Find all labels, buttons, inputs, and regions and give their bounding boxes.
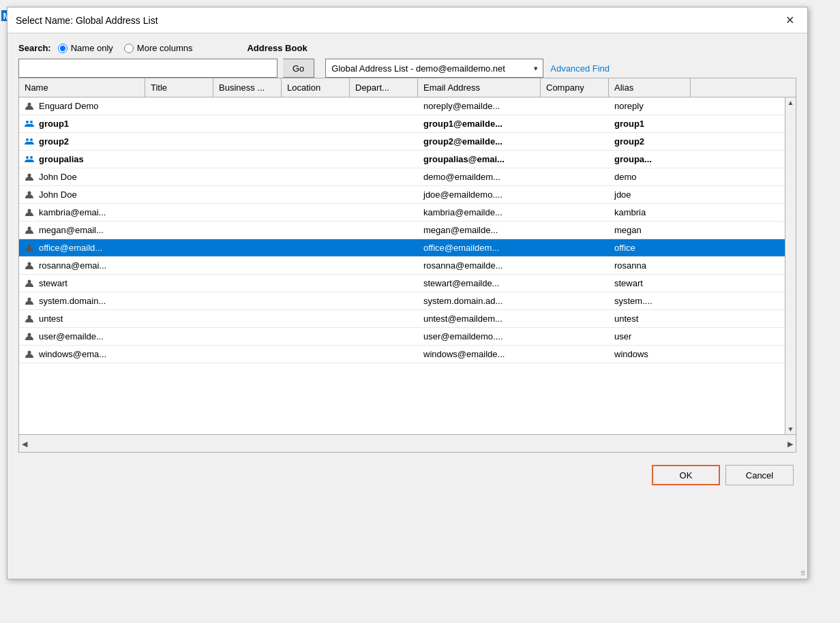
address-book-input-row: Global Address List - demo@emaildemo.net…: [325, 59, 610, 78]
advanced-find-link[interactable]: Advanced Find: [550, 63, 610, 74]
cell-name: group2: [19, 135, 145, 149]
table-row[interactable]: windows@ema...windows@emailde...windows: [19, 346, 796, 363]
table-row[interactable]: John Doejdoe@emaildemo....jdoe: [19, 186, 796, 204]
cell-location: [282, 282, 350, 285]
cell-email: group2@emailde...: [418, 135, 541, 148]
table-row[interactable]: system.domain...system.domain.ad...syste…: [19, 292, 796, 310]
cell-location: [282, 140, 350, 143]
col-header-name: Name: [19, 78, 145, 97]
svg-point-4: [30, 138, 33, 141]
col-header-alias: Alias: [609, 78, 691, 97]
cancel-button[interactable]: Cancel: [725, 465, 794, 485]
table-row[interactable]: Enguard Demonoreply@emailde...noreply: [19, 97, 796, 115]
table-row[interactable]: group1group1@emailde...group1: [19, 115, 796, 133]
radio-name-only[interactable]: Name only: [58, 43, 113, 53]
cell-location: [282, 353, 350, 356]
scroll-left-icon[interactable]: ◀: [22, 440, 27, 449]
cell-business: [213, 105, 282, 108]
svg-point-8: [28, 192, 31, 195]
search-input[interactable]: [18, 59, 278, 78]
cell-title: [145, 158, 213, 161]
user-icon: [25, 297, 36, 307]
user-icon: [25, 172, 36, 183]
cell-business: [213, 282, 282, 285]
user-icon: [25, 314, 36, 324]
svg-point-17: [28, 351, 31, 354]
cell-business: [213, 264, 282, 267]
cell-company: [541, 158, 609, 161]
svg-point-11: [28, 245, 31, 248]
cell-department: [350, 123, 418, 125]
cell-email: noreply@emailde...: [418, 100, 541, 112]
cell-title: [145, 194, 213, 196]
radio-more-columns-label: More columns: [137, 43, 193, 53]
cell-location: [282, 176, 350, 179]
cell-department: [350, 105, 418, 108]
cell-email: group1@emailde...: [418, 117, 541, 130]
cell-company: [541, 247, 609, 249]
dialog-body: Search: Name only More columns Address B…: [7, 33, 807, 495]
cell-alias: untest: [609, 312, 691, 325]
cell-title: [145, 335, 213, 338]
cell-department: [350, 211, 418, 214]
svg-point-3: [26, 138, 29, 141]
address-book-select[interactable]: Global Address List - demo@emaildemo.net: [325, 59, 543, 78]
horizontal-scrollbar[interactable]: ◀ ▶: [19, 434, 796, 453]
cell-email: stewart@emailde...: [418, 277, 541, 290]
resize-handle[interactable]: ⠿: [800, 570, 806, 577]
table-row[interactable]: untestuntest@emaildem...untest: [19, 310, 796, 328]
table-row[interactable]: stewartstewart@emailde...stewart: [19, 275, 796, 292]
close-button[interactable]: ✕: [780, 11, 799, 30]
cell-name: megan@email...: [19, 224, 145, 237]
cell-business: [213, 335, 282, 338]
cell-department: [350, 264, 418, 267]
cell-company: [541, 353, 609, 356]
cell-alias: jdoe: [609, 188, 691, 201]
cell-email: windows@emailde...: [418, 348, 541, 361]
svg-point-9: [28, 209, 31, 213]
svg-point-5: [26, 156, 29, 159]
go-button[interactable]: Go: [283, 59, 314, 78]
radio-name-only-label: Name only: [71, 43, 113, 53]
user-icon: [25, 279, 36, 289]
cell-email: demo@emaildem...: [418, 170, 541, 183]
cell-business: [213, 247, 282, 249]
table-row[interactable]: kambria@emai...kambria@emailde...kambria: [19, 204, 796, 222]
vertical-scrollbar[interactable]: ▲ ▼: [785, 97, 796, 434]
ok-button[interactable]: OK: [652, 465, 720, 485]
address-book-section: Address Book: [247, 43, 307, 53]
cell-department: [350, 176, 418, 179]
group-icon: [25, 155, 36, 165]
cell-company: [541, 105, 609, 108]
cell-company: [541, 176, 609, 179]
cell-company: [541, 282, 609, 285]
cell-name: office@emaild...: [19, 241, 145, 255]
scroll-up-icon[interactable]: ▲: [787, 99, 794, 106]
table-row[interactable]: megan@email...megan@emailde...megan: [19, 222, 796, 239]
table-row[interactable]: groupaliasgroupalias@emai...groupa...: [19, 151, 796, 168]
cell-company: [541, 300, 609, 303]
cell-business: [213, 194, 282, 196]
table-row[interactable]: group2group2@emailde...group2: [19, 133, 796, 151]
cell-company: [541, 211, 609, 214]
table-row[interactable]: rosanna@emai...rosanna@emailde...rosanna: [19, 257, 796, 275]
cell-company: [541, 123, 609, 125]
search-label: Search:: [18, 43, 51, 53]
cell-company: [541, 335, 609, 338]
cell-location: [282, 211, 350, 214]
cell-title: [145, 211, 213, 214]
table-row[interactable]: office@emaild...office@emaildem...office: [19, 239, 796, 257]
scroll-right-icon[interactable]: ▶: [787, 440, 793, 449]
cell-title: [145, 264, 213, 267]
cell-business: [213, 123, 282, 125]
scroll-down-icon[interactable]: ▼: [787, 425, 794, 433]
radio-more-columns[interactable]: More columns: [124, 43, 193, 53]
cell-alias: office: [609, 241, 691, 254]
cell-name: windows@ema...: [19, 348, 145, 361]
table-row[interactable]: John Doedemo@emaildem...demo: [19, 168, 796, 186]
search-radio-group: Name only More columns: [58, 43, 193, 53]
table-row[interactable]: user@emailde...user@emaildemo....user: [19, 328, 796, 346]
cell-business: [213, 158, 282, 161]
cell-business: [213, 353, 282, 356]
cell-name: groupalias: [19, 153, 145, 166]
